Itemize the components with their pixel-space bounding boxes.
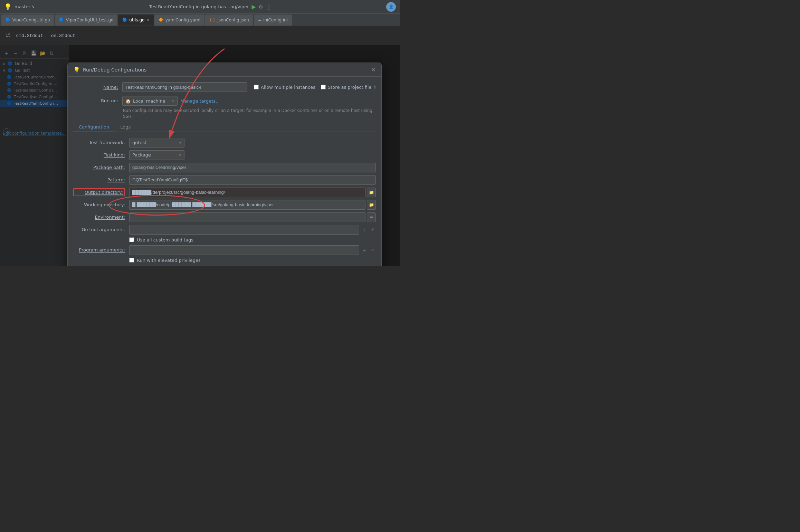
allow-multiple-checkbox[interactable] — [254, 85, 259, 89]
user-avatar[interactable]: 👤 — [386, 2, 396, 12]
environment-row: ≡ — [129, 212, 376, 222]
environment-browse-button[interactable]: ≡ — [367, 212, 376, 222]
package-path-label: Package path: — [73, 165, 125, 170]
package-path-input[interactable] — [129, 163, 376, 172]
tab-utils[interactable]: 🔵 utils.go ✕ — [118, 15, 153, 26]
json-file-icon: { } — [209, 18, 216, 22]
go-tool-args-label: Go tool arguments: — [73, 227, 125, 232]
program-args-label: Program arguments: — [73, 247, 125, 253]
store-as-project-checkbox[interactable] — [321, 85, 326, 89]
program-args-add-button[interactable]: + — [361, 247, 368, 254]
go-tool-args-input[interactable] — [129, 225, 359, 235]
use-custom-build-tags-label: Use all custom build tags — [137, 237, 193, 243]
go-file-icon: 🔵 — [122, 18, 127, 22]
allow-multiple-checkbox-item: Allow multiple instances — [254, 85, 315, 90]
working-dir-browse-button[interactable]: 📁 — [367, 200, 376, 210]
pattern-input[interactable] — [129, 175, 376, 185]
tab-label: yamlConfig.yaml — [165, 18, 200, 22]
dialog-tab-bar: Configuration Logs — [73, 122, 376, 132]
run-on-select-row: 🏠 Local machine ∨ Manage targets... — [122, 96, 376, 106]
tab-label: utils.go — [129, 18, 144, 22]
name-input[interactable] — [122, 82, 247, 92]
output-dir-row: 📁 — [129, 188, 376, 197]
run-elevated-row: Run with elevated privileges — [129, 258, 376, 263]
pattern-label: Pattern: — [73, 177, 125, 182]
tab-viperConfigUtil[interactable]: 🔵 ViperConfigUtil.go — [1, 15, 54, 26]
use-custom-build-tags-checkbox[interactable] — [129, 237, 134, 242]
tab-jsonConfig[interactable]: { } jsonConfig.json — [205, 15, 253, 26]
test-framework-select[interactable]: gotest ∨ — [129, 138, 184, 148]
tab-label: jsonConfig.json — [218, 18, 249, 22]
use-custom-build-tags-row: Use all custom build tags — [129, 237, 376, 243]
dropdown-arrow-icon: ∨ — [179, 141, 181, 144]
dialog-body: Name: Allow multiple instances Store as … — [68, 77, 381, 266]
line-number: 15 — [6, 33, 10, 38]
test-framework-value: gotest — [132, 140, 146, 145]
program-args-input[interactable] — [129, 245, 359, 255]
more-options-icon[interactable]: ⋮ — [266, 3, 272, 10]
store-as-project-checkbox-item: Store as project file ℹ — [321, 85, 376, 90]
working-dir-label: Working directory: — [73, 202, 125, 207]
environment-input[interactable] — [129, 212, 365, 222]
run-elevated-label: Run with elevated privileges — [137, 258, 201, 263]
close-icon[interactable]: ✕ — [146, 18, 149, 22]
top-bar-left: 💡 master ∨ — [4, 3, 35, 10]
config-grid: Test framework: gotest ∨ Test kind: Pack… — [73, 138, 376, 266]
run-icon[interactable]: ▶ — [252, 3, 256, 10]
dropdown-arrow-icon: ∨ — [179, 153, 181, 157]
tab-label: ViperConfigUtil.go — [12, 18, 50, 22]
allow-multiple-label: Allow multiple instances — [261, 85, 315, 90]
dropdown-arrow-icon: ∨ — [172, 99, 174, 103]
run-elevated-checkbox[interactable] — [129, 258, 134, 263]
output-dir-label: Output directory: — [73, 188, 125, 196]
output-dir-input[interactable] — [129, 188, 365, 197]
run-on-label: Run on: — [73, 96, 118, 103]
output-dir-browse-button[interactable]: 📁 — [367, 188, 376, 197]
dialog-title-bar: 💡 Run/Debug Configurations ✕ — [68, 63, 381, 77]
yaml-file-icon: 🔶 — [159, 18, 163, 22]
local-machine-label: Local machine — [133, 98, 165, 104]
name-label: Name: — [73, 85, 118, 90]
run-debug-config-dialog: 💡 Run/Debug Configurations ✕ Name: Allow… — [67, 63, 382, 266]
working-dir-input[interactable] — [129, 200, 365, 210]
go-tool-args-expand-button[interactable]: ⤢ — [369, 226, 376, 233]
run-on-select[interactable]: 🏠 Local machine ∨ — [122, 96, 178, 106]
module-select[interactable]: 📁 golang-basic-learning ∨ — [129, 266, 376, 266]
test-kind-value: Package — [132, 152, 151, 158]
test-kind-select[interactable]: Package ∨ — [129, 150, 184, 160]
info-icon: ℹ — [374, 85, 376, 89]
branch-label: master — [15, 4, 30, 9]
code-line: cmd.Stdout = os.Stdout — [16, 33, 75, 38]
environment-label: Environment: — [73, 215, 125, 220]
store-as-project-label: Store as project file — [328, 85, 371, 90]
debug-icon[interactable]: ⚙ — [259, 4, 263, 10]
tab-configuration[interactable]: Configuration — [73, 122, 115, 132]
test-framework-label: Test framework: — [73, 140, 125, 145]
run-on-description: Run configurations may be executed local… — [122, 108, 376, 120]
program-args-expand-button[interactable]: ⤢ — [369, 247, 376, 254]
local-machine-icon: 🏠 — [125, 98, 131, 104]
tab-iniConfig[interactable]: ≡ iniConfig.ini — [254, 15, 292, 26]
branch-selector[interactable]: master ∨ — [15, 4, 35, 9]
go-tool-args-row: + ⤢ — [129, 225, 376, 235]
go-tool-args-add-button[interactable]: + — [361, 226, 368, 233]
tab-viperConfigUtil-test[interactable]: 🔵 ViperConfigUtil_test.go — [55, 15, 118, 26]
dialog-title-icon: 💡 — [73, 66, 80, 73]
go-file-icon: 🔵 — [59, 18, 64, 22]
close-dialog-button[interactable]: ✕ — [371, 67, 376, 73]
project-title: TestReadYamlConfig in golang-bas...ng/vi… — [149, 4, 249, 9]
tab-label: iniConfig.ini — [263, 18, 288, 22]
go-file-icon: 🔵 — [6, 18, 10, 22]
run-on-right: 🏠 Local machine ∨ Manage targets... Run … — [122, 96, 376, 120]
manage-targets-link[interactable]: Manage targets... — [180, 98, 220, 104]
tab-logs[interactable]: Logs — [115, 122, 136, 132]
top-bar-right: 👤 — [386, 2, 396, 12]
dialog-title-text: Run/Debug Configurations — [83, 67, 146, 73]
dialog-title: 💡 Run/Debug Configurations — [73, 66, 146, 73]
tab-yamlConfig[interactable]: 🔶 yamlConfig.yaml — [154, 15, 204, 26]
run-on-row: Run on: 🏠 Local machine ∨ Manage targets… — [73, 96, 376, 120]
app-icon: 💡 — [4, 3, 12, 10]
program-args-row: + ⤢ — [129, 245, 376, 255]
code-area: 15 cmd.Stdout = os.Stdout — [0, 26, 400, 45]
name-row: Name: Allow multiple instances Store as … — [73, 82, 376, 92]
